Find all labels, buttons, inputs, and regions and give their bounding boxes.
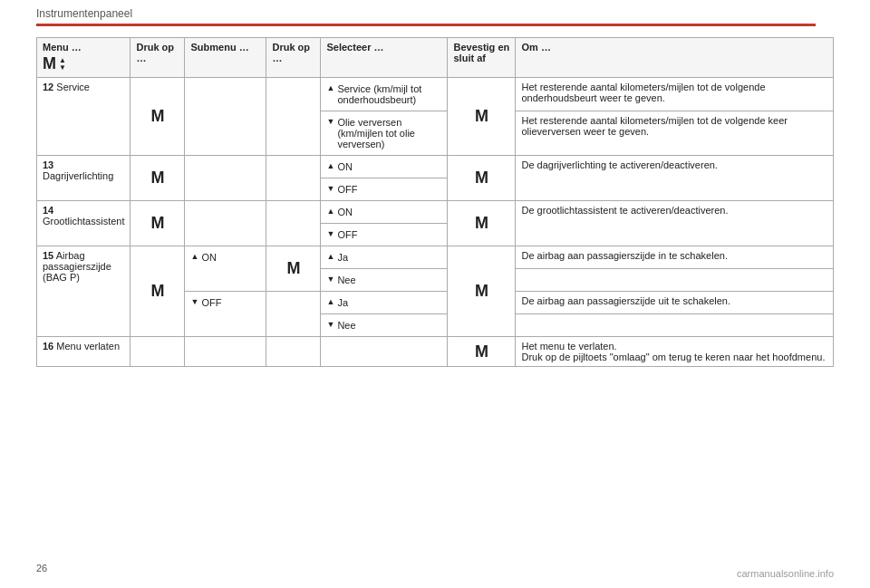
header-bevestig: Bevestig en sluit af xyxy=(448,38,516,78)
table-row-13: 13 Dagrijverlichting M ▲ON M De dagrijve… xyxy=(37,156,834,178)
row13-submenu xyxy=(185,156,266,201)
row13-druk2 xyxy=(266,156,321,201)
table-row-12: 12 Service M ▲Service (km/mijl tot onder… xyxy=(37,78,834,111)
header-druk2: Druk op … xyxy=(266,38,321,78)
row13-druk1: M xyxy=(130,156,185,201)
row15-om4 xyxy=(516,314,834,337)
header-menu: Menu … M ▲ ▼ xyxy=(37,38,130,78)
row15-druk1: M xyxy=(130,246,185,337)
header-select: Selecteer … xyxy=(321,38,448,78)
row16-om: Het menu te verlaten.Druk op de pijltoet… xyxy=(516,337,834,367)
header-m-symbol: M xyxy=(43,54,56,73)
row14-select2: ▼OFF xyxy=(321,224,448,246)
row15-sel2: ▼Nee xyxy=(321,269,448,292)
header-druk1: Druk op … xyxy=(130,38,185,78)
header-om: Om … xyxy=(516,38,834,78)
row15-menu: 15 Airbag passagierszijde (BAG P) xyxy=(37,246,130,337)
page-title: Instrumentenpaneel xyxy=(36,7,834,20)
row14-druk1: M xyxy=(130,201,185,246)
row14-menu: 14 Grootlichtassistent xyxy=(37,201,130,246)
row16-submenu xyxy=(185,337,266,367)
row15-druk2b xyxy=(266,292,321,337)
table-row-14: 14 Grootlichtassistent M ▲ON M De grootl… xyxy=(37,201,834,224)
header-arrows: ▲ ▼ xyxy=(59,57,66,72)
row16-bevestig: M xyxy=(448,337,516,367)
table-row-15a: 15 Airbag passagierszijde (BAG P) M ▲ON … xyxy=(37,246,834,269)
row12-druk1: M xyxy=(130,78,185,156)
row12-druk2 xyxy=(266,78,321,156)
page-number: 26 xyxy=(36,563,47,574)
row16-druk2 xyxy=(266,337,321,367)
row12-om2: Het resterende aantal kilometers/mijlen … xyxy=(516,111,834,156)
row12-select1: ▲Service (km/mijl tot onderhoudsbeurt) xyxy=(321,78,448,111)
row12-select2: ▼Olie verversen (km/mijlen tot olie verv… xyxy=(321,111,448,156)
row13-om: De dagrijverlichting te activeren/deacti… xyxy=(516,156,834,201)
page-content: Menu … M ▲ ▼ Druk op … Submenu … Druk op… xyxy=(0,26,870,385)
row14-druk2 xyxy=(266,201,321,246)
header-submenu: Submenu … xyxy=(185,38,266,78)
row15-om3: De airbag aan passagierszijde uit te sch… xyxy=(516,292,834,314)
table-row-16: 16 Menu verlaten M Het menu te verlaten.… xyxy=(37,337,834,367)
row14-select1: ▲ON xyxy=(321,201,448,224)
row15-sel3: ▲Ja xyxy=(321,292,448,314)
row16-select xyxy=(321,337,448,367)
row15-bevestig: M xyxy=(448,246,516,337)
row12-submenu xyxy=(185,78,266,156)
watermark: carmanualsonline.info xyxy=(737,568,834,579)
page-header: Instrumentenpaneel xyxy=(0,0,870,24)
row12-menu: 12 Service xyxy=(37,78,130,156)
row13-bevestig: M xyxy=(448,156,516,201)
row15-sel1: ▲Ja xyxy=(321,246,448,269)
row15-sub1: ▲ON xyxy=(185,246,266,292)
row13-select1: ▲ON xyxy=(321,156,448,178)
row13-menu: 13 Dagrijverlichting xyxy=(37,156,130,201)
row15-sub2: ▼OFF xyxy=(185,292,266,337)
row15-sel4: ▼Nee xyxy=(321,314,448,337)
row16-druk1 xyxy=(130,337,185,367)
row14-om: De grootlichtassistent te activeren/deac… xyxy=(516,201,834,246)
row15-druk2a: M xyxy=(266,246,321,292)
row12-bevestig: M xyxy=(448,78,516,156)
main-table: Menu … M ▲ ▼ Druk op … Submenu … Druk op… xyxy=(36,37,834,367)
row15-om2 xyxy=(516,269,834,292)
row16-menu: 16 Menu verlaten xyxy=(37,337,130,367)
row14-bevestig: M xyxy=(448,201,516,246)
row15-om1: De airbag aan passagierszijde in te scha… xyxy=(516,246,834,269)
row13-select2: ▼OFF xyxy=(321,178,448,201)
row12-om1: Het resterende aantal kilometers/mijlen … xyxy=(516,78,834,111)
row14-submenu xyxy=(185,201,266,246)
